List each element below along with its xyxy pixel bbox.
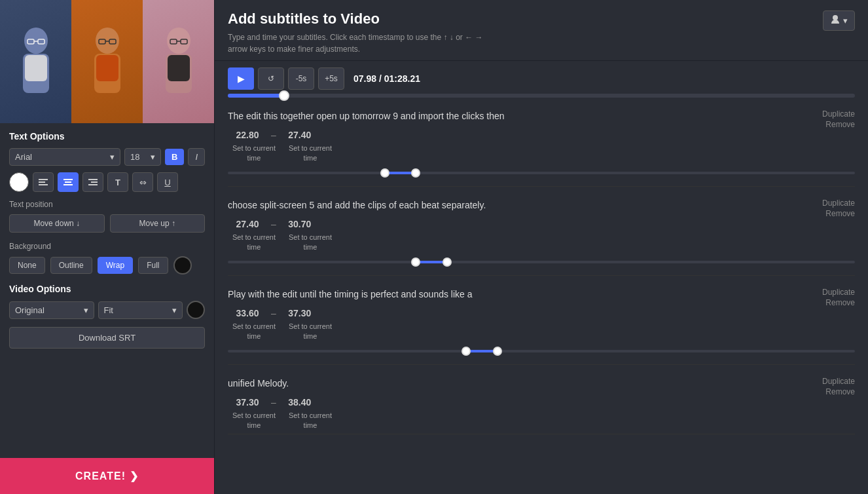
- create-arrow-icon: ❯: [130, 470, 139, 482]
- move-up-button[interactable]: Move up ↑: [110, 214, 206, 233]
- progress-track[interactable]: [228, 94, 855, 98]
- time-row-3: –: [228, 397, 822, 408]
- text-T-icon: T: [115, 178, 120, 187]
- range-track-2: [228, 350, 855, 352]
- end-time-3[interactable]: [280, 397, 319, 408]
- set-start-0[interactable]: Set to current time: [228, 143, 280, 162]
- dash-0: –: [271, 130, 276, 140]
- rewind-button[interactable]: ↺: [258, 67, 284, 90]
- end-time-0[interactable]: [280, 130, 319, 140]
- remove-btn-0[interactable]: Remove: [825, 120, 855, 129]
- user-button[interactable]: [823, 10, 855, 31]
- align-center-btn[interactable]: [58, 172, 79, 192]
- play-icon: ▶: [238, 73, 245, 84]
- set-end-0[interactable]: Set to current time: [284, 143, 336, 162]
- play-button[interactable]: ▶: [228, 67, 254, 90]
- italic-button[interactable]: I: [188, 148, 205, 166]
- subtitle-text-0: The edit this together open up tomorrow …: [228, 109, 822, 123]
- video-preview: [0, 0, 214, 123]
- progress-thumb[interactable]: [279, 90, 289, 101]
- subtitle-row-1: choose split-screen 5 and add the clips …: [228, 199, 855, 269]
- set-end-label-1: Set to current time: [289, 233, 332, 251]
- font-select[interactable]: Arial: [9, 148, 120, 166]
- start-time-0[interactable]: [228, 130, 267, 140]
- align-right-btn[interactable]: [82, 172, 103, 192]
- plus5-button[interactable]: +5s: [318, 67, 344, 90]
- range-track-0: [228, 172, 855, 174]
- background-row: None Outline Wrap Full: [9, 256, 205, 275]
- range-thumb-end-1[interactable]: [443, 257, 452, 267]
- bg-outline-btn[interactable]: Outline: [50, 257, 92, 274]
- remove-btn-3[interactable]: Remove: [825, 387, 855, 396]
- position-row: Move down ↓ Move up ↑: [9, 214, 205, 233]
- duplicate-btn-3[interactable]: Duplicate: [822, 377, 855, 386]
- set-end-label-2: Set to current time: [289, 322, 332, 340]
- format-chevron: [84, 305, 88, 315]
- end-time-2[interactable]: [280, 308, 319, 318]
- remove-btn-1[interactable]: Remove: [825, 209, 855, 218]
- move-down-button[interactable]: Move down ↓: [9, 214, 105, 233]
- dash-3: –: [271, 397, 276, 408]
- range-slider-1[interactable]: [228, 256, 855, 269]
- user-icon: [830, 14, 841, 27]
- dup-remove-0: Duplicate Remove: [822, 109, 855, 129]
- remove-btn-2[interactable]: Remove: [825, 298, 855, 307]
- range-thumb-end-0[interactable]: [411, 168, 420, 178]
- underline-btn[interactable]: U: [157, 172, 178, 192]
- minus5-button[interactable]: -5s: [288, 67, 314, 90]
- bg-color-circle[interactable]: [173, 256, 192, 275]
- set-start-3[interactable]: Set to current time: [228, 410, 280, 430]
- subtitle-block-1: choose split-screen 5 and add the clips …: [228, 189, 855, 276]
- range-slider-0[interactable]: [228, 166, 855, 180]
- bg-full-btn[interactable]: Full: [138, 257, 168, 274]
- start-time-1[interactable]: [228, 219, 267, 229]
- dup-remove-2: Duplicate Remove: [822, 288, 855, 307]
- bg-wrap-btn[interactable]: Wrap: [98, 257, 133, 274]
- format-select[interactable]: Original: [9, 301, 94, 319]
- download-srt-button[interactable]: Download SRT: [9, 327, 205, 349]
- range-thumb-end-2[interactable]: [493, 347, 502, 356]
- range-slider-2[interactable]: [228, 345, 855, 358]
- font-chevron: [110, 152, 115, 162]
- set-start-2[interactable]: Set to current time: [228, 321, 280, 341]
- bold-button[interactable]: B: [165, 149, 184, 165]
- align-left-btn[interactable]: [33, 172, 54, 192]
- fit-value: Fit: [104, 305, 113, 315]
- range-thumb-start-2[interactable]: [461, 347, 471, 356]
- duplicate-btn-1[interactable]: Duplicate: [822, 199, 855, 208]
- end-time-1[interactable]: [280, 219, 319, 229]
- duplicate-btn-2[interactable]: Duplicate: [822, 288, 855, 297]
- header-subtitle-1: Type and time your subtitles. Click each…: [228, 31, 483, 43]
- rewind-icon: ↺: [268, 74, 274, 83]
- font-row: Arial 18 B I: [9, 148, 205, 166]
- set-end-2[interactable]: Set to current time: [284, 321, 336, 341]
- user-chevron: [843, 16, 848, 26]
- bg-none-btn[interactable]: None: [9, 257, 45, 274]
- range-thumb-start-1[interactable]: [411, 257, 420, 267]
- dup-remove-3: Duplicate Remove: [822, 377, 855, 396]
- progress-bar-container[interactable]: [215, 94, 868, 100]
- transport-row: ▶ ↺ -5s +5s 07.98 / 01:28.21: [215, 61, 868, 94]
- fit-select[interactable]: Fit: [98, 301, 183, 319]
- range-thumb-start-0[interactable]: [380, 168, 389, 178]
- text-style-btn[interactable]: T: [107, 172, 128, 192]
- video-color-circle[interactable]: [187, 301, 205, 319]
- time-row-0: –: [228, 130, 822, 140]
- size-chevron: [151, 152, 155, 162]
- color-picker-btn[interactable]: [9, 172, 29, 192]
- move-up-label: Move up ↑: [139, 219, 175, 228]
- set-end-3[interactable]: Set to current time: [284, 410, 336, 430]
- subtitles-list: The edit this together open up tomorrow …: [215, 100, 868, 494]
- options-section: Text Options Arial 18 B I: [0, 123, 214, 458]
- spacing-btn[interactable]: ⇔: [132, 172, 153, 192]
- background-label: Background: [9, 242, 205, 251]
- size-select[interactable]: 18: [124, 148, 161, 166]
- start-time-2[interactable]: [228, 308, 267, 318]
- set-end-1[interactable]: Set to current time: [284, 232, 336, 252]
- set-start-1[interactable]: Set to current time: [228, 232, 280, 252]
- set-end-label-3: Set to current time: [289, 411, 332, 429]
- text-position-label: Text position: [9, 200, 205, 209]
- start-time-3[interactable]: [228, 397, 267, 408]
- duplicate-btn-0[interactable]: Duplicate: [822, 109, 855, 119]
- create-button[interactable]: CREATE! ❯: [0, 458, 214, 494]
